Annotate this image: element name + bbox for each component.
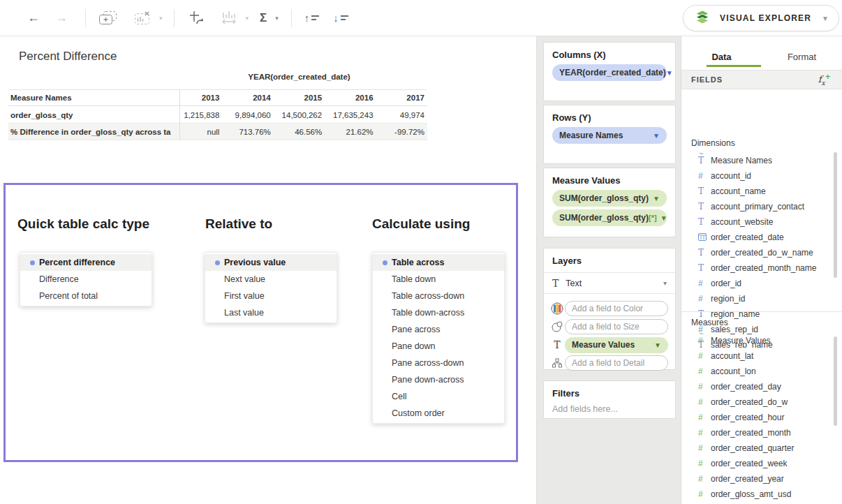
field-item[interactable]: # order_created_week <box>681 456 842 471</box>
calc-option-label: Difference <box>39 274 79 284</box>
sort-descending-icon[interactable]: ↓ <box>333 12 348 24</box>
filters-title: Filters <box>544 381 675 399</box>
field-item[interactable]: # region_id <box>681 291 842 306</box>
clear-visualization-icon[interactable] <box>134 10 151 26</box>
table-cell: 46.56% <box>274 128 325 136</box>
chevron-down-icon[interactable]: ▾ <box>246 15 249 22</box>
field-item[interactable]: # order_created_month <box>681 425 842 440</box>
rows-shelf-title: Rows (Y) <box>544 105 675 123</box>
rows-field-pill[interactable]: Measure Names ▼ <box>552 127 667 144</box>
aggregate-sigma-icon[interactable]: Σ <box>260 11 267 25</box>
measure-names-icon: ~T <box>698 156 711 165</box>
back-arrow-icon[interactable]: ← <box>20 10 47 25</box>
tab-format[interactable]: Format <box>762 42 842 70</box>
field-item[interactable]: ~# Measure Values <box>681 333 842 348</box>
field-item[interactable]: ~T Measure Names <box>681 153 842 168</box>
text-icon: T <box>698 202 711 212</box>
calc-option[interactable]: Percent of total <box>20 288 152 304</box>
field-item[interactable]: T order_created_month_name <box>681 260 842 276</box>
visual-explorer-button[interactable]: VISUAL EXPLORER ▼ <box>683 5 839 31</box>
app-button-label: VISUAL EXPLORER <box>720 13 811 23</box>
calc-option-label: Pane across-down <box>392 358 464 368</box>
sort-ascending-icon[interactable]: ↑ <box>304 12 320 24</box>
field-label: account_primary_contact <box>711 202 804 212</box>
calc-option-label: Table down-across <box>392 308 464 318</box>
dimensions-scrollbar[interactable] <box>834 152 837 278</box>
field-item[interactable]: T order_created_do_w_name <box>681 245 842 260</box>
section-divider <box>681 311 842 312</box>
text-icon: T <box>549 339 565 350</box>
chevron-down-icon[interactable]: ▾ <box>159 15 163 22</box>
table-calc-panel: Quick table calc type Relative to Calcul… <box>3 183 518 462</box>
color-field-dropzone[interactable]: Add a field to Color <box>565 301 668 316</box>
calc-option-label: Next value <box>224 274 265 284</box>
calc-option[interactable]: Cell <box>373 388 504 405</box>
field-item[interactable]: # order_created_quarter <box>681 440 842 456</box>
forward-arrow-icon[interactable]: → <box>47 10 75 25</box>
calc-option[interactable]: Percent difference <box>20 254 152 271</box>
view-type-icon[interactable] <box>221 10 237 27</box>
swap-axes-icon[interactable] <box>189 10 205 27</box>
calc-option[interactable]: Pane down <box>373 338 504 355</box>
calc-option[interactable]: Difference <box>20 271 152 288</box>
field-item[interactable]: T account_name <box>681 184 842 199</box>
field-item[interactable]: # order_created_year <box>681 471 842 487</box>
chevron-down-icon[interactable]: ▼ <box>666 69 673 77</box>
calc-option[interactable]: Last value <box>205 304 337 321</box>
field-item[interactable]: # account_lon <box>681 364 842 379</box>
field-item[interactable]: # account_lat <box>681 348 842 364</box>
new-visualization-icon[interactable] <box>98 10 117 26</box>
calc-option[interactable]: Pane across <box>373 321 504 338</box>
chevron-down-icon[interactable]: ▾ <box>663 279 667 287</box>
field-item[interactable]: # order_id <box>681 276 842 291</box>
measure-values-shelf: Measure Values SUM(order_gloss_qty) ▼ SU… <box>543 168 676 237</box>
number-icon: # <box>698 443 711 453</box>
field-item[interactable]: order_created_date <box>681 230 842 245</box>
chevron-down-icon: ▼ <box>822 15 829 22</box>
field-item[interactable]: # order_created_hour <box>681 410 842 425</box>
field-item[interactable]: T account_primary_contact <box>681 199 842 214</box>
field-label: order_created_hour <box>711 413 784 422</box>
calc-option[interactable]: Table across-down <box>373 288 504 304</box>
measure-values-pill[interactable]: SUM(order_gloss_qty) ▼ <box>552 190 667 207</box>
calc-option[interactable]: Pane across-down <box>373 355 504 371</box>
measures-scrollbar[interactable] <box>834 336 837 426</box>
chevron-down-icon[interactable]: ▼ <box>653 195 660 202</box>
table-cell: 49,974 <box>376 111 427 119</box>
number-icon: # <box>698 171 711 181</box>
calc-option[interactable]: Next value <box>205 271 337 288</box>
chevron-down-icon[interactable]: ▼ <box>654 341 661 349</box>
text-field-pill[interactable]: Measure Values ▼ <box>565 337 668 353</box>
calc-option[interactable]: Table down-across <box>373 304 504 321</box>
field-label: order_created_week <box>711 459 787 468</box>
table-cell: 1,215,838 <box>171 111 222 119</box>
field-item[interactable]: # order_created_day <box>681 379 842 394</box>
text-icon: T <box>698 217 711 227</box>
text-icon: T <box>698 186 711 196</box>
add-calculated-field-button[interactable]: fx+ <box>818 73 831 87</box>
field-item[interactable]: # account_id <box>681 168 842 184</box>
field-item[interactable]: T account_website <box>681 214 842 230</box>
calc-option[interactable]: Table across <box>373 254 504 271</box>
field-label: order_created_month <box>711 428 791 438</box>
chevron-down-icon[interactable]: ▼ <box>653 132 660 140</box>
columns-field-pill[interactable]: YEAR(order_created_date) ▼ <box>552 64 667 81</box>
measure-values-pill[interactable]: SUM(order_gloss_qty) [*] ▼ <box>552 209 667 226</box>
chevron-down-icon[interactable]: ▼ <box>660 214 667 222</box>
calc-option[interactable]: Previous value <box>205 254 337 271</box>
number-icon: # <box>698 294 711 304</box>
filters-dropzone[interactable]: Add fields here... <box>544 399 675 414</box>
chevron-down-icon[interactable]: ▾ <box>275 15 279 22</box>
layer-type-dropdown[interactable]: T Text ▾ <box>544 273 675 294</box>
calc-option[interactable]: First value <box>205 288 337 304</box>
calc-option[interactable]: Pane down-across <box>373 371 504 388</box>
detail-field-dropzone[interactable]: Add a field to Detail <box>565 355 668 371</box>
column-group-header: YEAR(order_created_date) <box>171 73 427 81</box>
field-item[interactable]: # order_created_do_w <box>681 394 842 410</box>
selected-bullet-icon <box>30 258 39 267</box>
size-field-dropzone[interactable]: Add a field to Size <box>565 319 668 334</box>
calc-option[interactable]: Custom order <box>373 405 504 422</box>
number-icon: # <box>698 366 711 376</box>
field-item[interactable]: # order_gloss_amt_usd <box>681 487 842 502</box>
calc-option[interactable]: Table down <box>373 271 504 288</box>
